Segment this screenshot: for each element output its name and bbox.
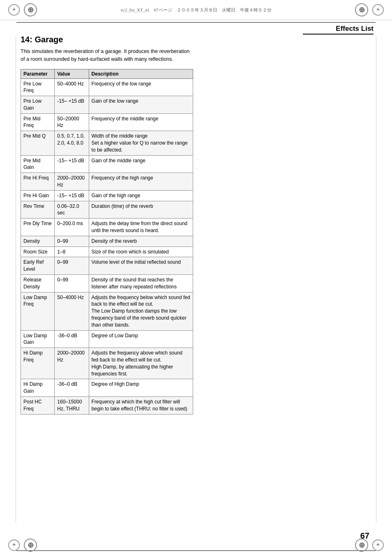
section-description: This simulates the reverberation of a ga… <box>21 48 193 63</box>
top-left-reg-mark <box>8 4 20 16</box>
bottom-right-circle: ⊕ <box>355 539 368 552</box>
table-cell: Density of the sound that reaches the li… <box>89 275 193 292</box>
table-cell: 160–15000 Hz, THRU <box>55 396 89 414</box>
table-cell: Frequency of the high range <box>89 173 193 191</box>
table-cell: -15– +15 dB <box>55 190 89 201</box>
table-cell: Volume level of the initial reflected so… <box>89 257 193 275</box>
table-cell: Post HC Freq <box>21 396 55 414</box>
table-cell: Pre Hi Freq <box>21 173 55 191</box>
table-cell: Degree of Low Damp <box>89 330 193 348</box>
table-cell: -36–0 dB <box>55 330 89 348</box>
table-cell: Rev Time <box>21 201 55 219</box>
table-row: Pre Low Gain-15– +15 dBGain of the low r… <box>21 96 193 114</box>
table-row: Hi Damp Freq2000–20000 HzAdjusts the fre… <box>21 348 193 379</box>
table-cell: 50–20000 Hz <box>55 113 89 131</box>
table-cell: Size of the room which is simulated <box>89 246 193 257</box>
parameters-table: Parameter Value Description Pre Low Freq… <box>21 69 193 415</box>
table-cell: Degree of High Damp <box>89 379 193 397</box>
table-cell: Density of the reverb <box>89 236 193 246</box>
effects-list-header: Effects List <box>303 25 376 35</box>
table-cell: 2000–20000 Hz <box>55 173 89 191</box>
table-cell: 0–200.0 ms <box>55 219 89 236</box>
bottom-right-reg-mark <box>372 539 384 551</box>
table-row: Pre Mid Gain-15– +15 dBGain of the middl… <box>21 155 193 173</box>
table-row: Pre Hi Freq2000–20000 HzFrequency of the… <box>21 173 193 191</box>
top-right-reg-mark <box>372 4 384 16</box>
top-right-circle: ⊕ <box>355 3 368 16</box>
effects-list-title: Effects List <box>303 25 374 35</box>
table-cell: Pre Mid Freq <box>21 113 55 131</box>
table-row: Low Damp Gain-36–0 dBDegree of Low Damp <box>21 330 193 348</box>
table-cell: Low Damp Gain <box>21 330 55 348</box>
col-header-value: Value <box>55 69 89 78</box>
table-cell: Release Density <box>21 275 55 292</box>
table-row: Hi Damp Gain-36–0 dBDegree of High Damp <box>21 379 193 397</box>
page: ⊕ vc2_for_XT_e1 67ページ ２００５年３月８日 火曜日 午後４時… <box>0 0 392 555</box>
table-row: Density0–99Density of the reverb <box>21 236 193 246</box>
table-cell: Hi Damp Freq <box>21 348 55 379</box>
table-cell: 50–4000 Hz <box>55 78 89 96</box>
table-row: Release Density0–99Density of the sound … <box>21 275 193 292</box>
table-cell: Room Size <box>21 246 55 257</box>
table-row: Pre Low Freq50–4000 HzFrequency of the l… <box>21 78 193 96</box>
table-cell: Duration (time) of the reverb <box>89 201 193 219</box>
table-row: Early Ref Level0–99Volume level of the i… <box>21 257 193 275</box>
table-cell: Adjusts the delay time from the direct s… <box>89 219 193 236</box>
table-row: Pre Mid Freq50–20000 HzFrequency of the … <box>21 113 193 131</box>
table-row: Post HC Freq160–15000 Hz, THRUFrequency … <box>21 396 193 414</box>
table-cell: Frequency of the middle range <box>89 113 193 131</box>
table-cell: Pre Mid Gain <box>21 155 55 173</box>
table-cell: Pre Mid Q <box>21 131 55 155</box>
table-cell: Pre Hi Gain <box>21 190 55 201</box>
table-cell: 0–99 <box>55 236 89 246</box>
table-cell: Frequency of the low range <box>89 78 193 96</box>
table-cell: Adjusts the frequency above which sound … <box>89 348 193 379</box>
table-cell: Pre Low Freq <box>21 78 55 96</box>
header-meta-text: vc2_for_XT_e1 67ページ ２００５年３月８日 火曜日 午後４時５２… <box>37 7 355 13</box>
table-cell: Pre Dly Time <box>21 219 55 236</box>
table-cell: Hi Damp Gain <box>21 379 55 397</box>
bottom-footer: ⊕ ⊕ <box>0 535 392 555</box>
table-cell: -15– +15 dB <box>55 155 89 173</box>
table-cell: -36–0 dB <box>55 379 89 397</box>
table-cell: Adjusts the frequency below which sound … <box>89 292 193 330</box>
section-title: 14: Garage <box>21 35 193 44</box>
right-margin-line <box>376 37 376 522</box>
table-row: Pre Hi Gain-15– +15 dBGain of the high r… <box>21 190 193 201</box>
table-cell: 0–99 <box>55 275 89 292</box>
top-left-circle: ⊕ <box>24 3 37 16</box>
table-cell: 50–4000 Hz <box>55 292 89 330</box>
bottom-left-circle: ⊕ <box>24 539 37 552</box>
table-cell: Early Ref Level <box>21 257 55 275</box>
table-row: Rev Time0.06–32.0 secDuration (time) of … <box>21 201 193 219</box>
table-cell: 0.06–32.0 sec <box>55 201 89 219</box>
top-header: ⊕ vc2_for_XT_e1 67ページ ２００５年３月８日 火曜日 午後４時… <box>0 0 392 20</box>
table-row: Pre Dly Time0–200.0 msAdjusts the delay … <box>21 219 193 236</box>
col-header-description: Description <box>89 69 193 78</box>
table-cell: Gain of the low range <box>89 96 193 114</box>
table-cell: 0–99 <box>55 257 89 275</box>
table-row: Low Damp Freq50–4000 HzAdjusts the frequ… <box>21 292 193 330</box>
table-cell: Gain of the high range <box>89 190 193 201</box>
col-header-parameter: Parameter <box>21 69 55 78</box>
left-margin-line <box>16 37 16 522</box>
table-cell: Density <box>21 236 55 246</box>
table-cell: Gain of the middle range <box>89 155 193 173</box>
main-content: 14: Garage This simulates the reverberat… <box>0 23 214 431</box>
table-cell: -15– +15 dB <box>55 96 89 114</box>
table-cell: 1–8 <box>55 246 89 257</box>
table-cell: 0.5, 0.7, 1.0, 2.0, 4.0, 8.0 <box>55 131 89 155</box>
table-cell: Low Damp Freq <box>21 292 55 330</box>
table-row: Pre Mid Q0.5, 0.7, 1.0, 2.0, 4.0, 8.0Wid… <box>21 131 193 155</box>
table-cell: Pre Low Gain <box>21 96 55 114</box>
table-cell: Frequency at which the high cut filter w… <box>89 396 193 414</box>
table-cell: Width of the middle rangeSet a higher va… <box>89 131 193 155</box>
table-row: Room Size1–8Size of the room which is si… <box>21 246 193 257</box>
table-cell: 2000–20000 Hz <box>55 348 89 379</box>
bottom-left-reg-mark <box>8 539 20 551</box>
